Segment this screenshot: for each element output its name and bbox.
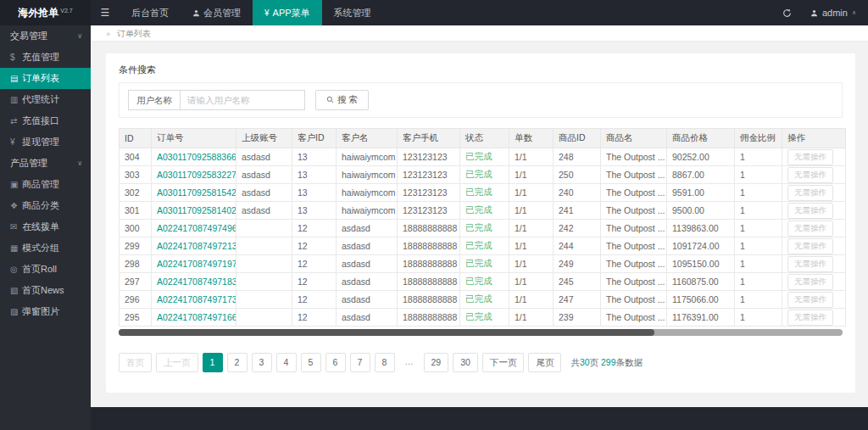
- total-pages: 30: [580, 357, 590, 367]
- sidebar-item-13[interactable]: ▧首页News: [0, 280, 91, 301]
- status-badge: 已完成: [465, 151, 492, 161]
- status-badge: 已完成: [465, 276, 492, 286]
- cell-id: 303: [120, 166, 152, 184]
- cell-order-no: A02241708749717339: [152, 291, 236, 309]
- no-action-button: 无需操作: [787, 149, 833, 165]
- sidebar-item-1[interactable]: 交易管理∨: [0, 25, 91, 47]
- top-nav-item-2[interactable]: 会员管理: [181, 0, 253, 25]
- page-button-首页: 首页: [119, 353, 152, 372]
- cell-order-no: A02241708749749663: [152, 220, 236, 237]
- top-nav-item-label: 后台首页: [131, 7, 169, 20]
- order-number: A03011709258836615: [157, 152, 236, 162]
- no-action-button: 无需操作: [787, 167, 833, 183]
- cell-customer-id: 13: [292, 202, 337, 220]
- cell-product-name: The Outpost ...: [601, 184, 667, 202]
- cell-customer-id: 13: [292, 148, 337, 166]
- cell-id: 296: [120, 291, 152, 309]
- cell-phone: 123123123: [398, 148, 460, 166]
- cell-count: 1/1: [509, 220, 554, 237]
- sidebar-item-9[interactable]: ❖商品分类: [0, 195, 91, 216]
- username-input[interactable]: [180, 90, 305, 110]
- sidebar-item-14[interactable]: ▨弹窗图片: [0, 301, 91, 322]
- cell-customer-name: asdasd: [337, 220, 398, 237]
- sidebar-item-11[interactable]: ▦模式分组: [0, 237, 91, 259]
- sidebar-item-4[interactable]: ▥代理统计: [0, 89, 91, 110]
- cell-count: 1/1: [509, 237, 554, 255]
- cell-phone: 18888888888: [398, 309, 460, 327]
- sidebar-item-7[interactable]: 产品管理∨: [0, 153, 91, 174]
- search-section-title: 条件搜索: [119, 64, 843, 76]
- cell-customer-id: 12: [292, 273, 337, 291]
- cell-order-no: A02241708749719787: [152, 255, 236, 273]
- cell-count: 1/1: [509, 291, 554, 309]
- page-button-4[interactable]: 4: [276, 353, 297, 372]
- order-number: A03011709258140297: [157, 205, 236, 215]
- cell-phone: 123123123: [398, 202, 460, 220]
- page-button-30[interactable]: 30: [453, 353, 478, 372]
- cell-order-no: A03011709258322713: [152, 166, 236, 184]
- total-records: 299: [601, 357, 616, 367]
- cell-id: 300: [120, 220, 152, 237]
- cell-customer-name: asdasd: [337, 255, 398, 273]
- sidebar-item-3[interactable]: ▤订单列表: [0, 68, 91, 89]
- page-button-3[interactable]: 3: [252, 353, 272, 372]
- order-number: A02241708749719787: [157, 259, 236, 269]
- sidebar-item-6[interactable]: ¥提现管理: [0, 131, 91, 153]
- admin-dropdown[interactable]: admin ∧: [802, 0, 868, 25]
- search-button[interactable]: 搜 索: [315, 90, 369, 110]
- column-header: 商品ID: [554, 129, 601, 148]
- admin-label: admin: [822, 8, 848, 18]
- search-button-label: 搜 索: [337, 94, 358, 106]
- top-nav-item-label: APP菜单: [273, 7, 310, 20]
- page-button-6[interactable]: 6: [326, 353, 346, 372]
- sidebar-item-label: 充值管理: [22, 52, 59, 62]
- refresh-icon[interactable]: [772, 0, 802, 25]
- cell-product-id: 250: [554, 166, 601, 184]
- horizontal-scrollbar-thumb[interactable]: [119, 329, 654, 336]
- order-number: A02241708749717339: [157, 294, 236, 304]
- column-header: 单数: [509, 129, 554, 148]
- sidebar-item-label: 首页Roll: [22, 264, 57, 274]
- sidebar: 交易管理∨$充值管理▤订单列表▥代理统计⇄充值接口¥提现管理产品管理∨▣商品管理…: [0, 25, 91, 430]
- sidebar-item-12[interactable]: ◎首页Roll: [0, 259, 91, 280]
- no-action-button: 无需操作: [787, 292, 833, 308]
- cell-product-id: 249: [554, 255, 601, 273]
- cell-agent: [236, 220, 292, 237]
- roll-icon: ◎: [10, 259, 22, 280]
- yen-icon: ¥: [264, 8, 270, 18]
- cell-product-name: The Outpost ...: [601, 273, 667, 291]
- sidebar-item-8[interactable]: ▣商品管理: [0, 174, 91, 195]
- cell-count: 1/1: [509, 184, 554, 202]
- page-button-29[interactable]: 29: [424, 353, 449, 372]
- cell-phone: 18888888888: [398, 273, 460, 291]
- page-button-2[interactable]: 2: [227, 353, 248, 372]
- cell-ratio: 1: [735, 291, 782, 309]
- top-nav-item-label: 会员管理: [203, 7, 241, 20]
- news-icon: ▧: [10, 280, 22, 301]
- cell-ratio: 1: [735, 202, 782, 220]
- page-button-7[interactable]: 7: [350, 353, 370, 372]
- sidebar-item-2[interactable]: $充值管理: [0, 47, 91, 68]
- table-row: 299A0224170874972139812asdasd18888888888…: [120, 237, 846, 255]
- page-button-下一页[interactable]: 下一页: [482, 353, 525, 372]
- cell-product-id: 248: [554, 148, 601, 166]
- top-nav-item-3[interactable]: ¥APP菜单: [253, 0, 322, 25]
- cell-customer-name: haiwaiymcom: [337, 148, 398, 166]
- content: 条件搜索 用户名称 搜 索 ID订单号上级账号客户ID: [91, 42, 868, 407]
- menu-toggle-icon[interactable]: ☰: [91, 0, 120, 25]
- order-number: A02241708749721398: [157, 241, 236, 251]
- page-button-尾页[interactable]: 尾页: [528, 353, 561, 372]
- sidebar-item-10[interactable]: ✉在线拨单: [0, 216, 91, 237]
- cell-product-id: 242: [554, 220, 601, 237]
- cell-status: 已完成: [460, 309, 509, 327]
- top-nav-item-1[interactable]: 后台首页: [120, 0, 181, 25]
- page-button-8[interactable]: 8: [375, 353, 395, 372]
- cell-id: 295: [120, 309, 152, 327]
- sidebar-item-5[interactable]: ⇄充值接口: [0, 110, 91, 131]
- top-nav-item-4[interactable]: 系统管理: [322, 0, 383, 25]
- search-icon: [326, 95, 334, 105]
- horizontal-scrollbar-track[interactable]: [119, 329, 843, 336]
- cell-ratio: 1: [735, 273, 782, 291]
- page-button-5[interactable]: 5: [301, 353, 321, 372]
- cell-price: 90252.00: [667, 148, 735, 166]
